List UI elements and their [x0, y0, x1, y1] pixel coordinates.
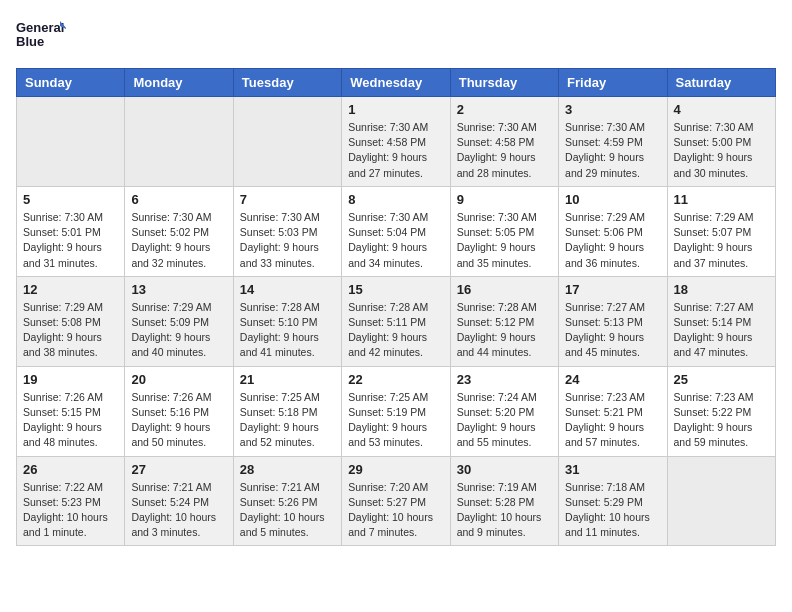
calendar-cell: 6Sunrise: 7:30 AM Sunset: 5:02 PM Daylig…: [125, 186, 233, 276]
day-number: 22: [348, 372, 443, 387]
day-info: Sunrise: 7:25 AM Sunset: 5:19 PM Dayligh…: [348, 390, 443, 451]
day-info: Sunrise: 7:30 AM Sunset: 5:02 PM Dayligh…: [131, 210, 226, 271]
day-info: Sunrise: 7:29 AM Sunset: 5:06 PM Dayligh…: [565, 210, 660, 271]
day-number: 7: [240, 192, 335, 207]
calendar-cell: 24Sunrise: 7:23 AM Sunset: 5:21 PM Dayli…: [559, 366, 667, 456]
calendar-cell: 17Sunrise: 7:27 AM Sunset: 5:13 PM Dayli…: [559, 276, 667, 366]
calendar-cell: [233, 97, 341, 187]
calendar-cell: 26Sunrise: 7:22 AM Sunset: 5:23 PM Dayli…: [17, 456, 125, 546]
day-info: Sunrise: 7:23 AM Sunset: 5:21 PM Dayligh…: [565, 390, 660, 451]
day-info: Sunrise: 7:21 AM Sunset: 5:24 PM Dayligh…: [131, 480, 226, 541]
day-info: Sunrise: 7:19 AM Sunset: 5:28 PM Dayligh…: [457, 480, 552, 541]
day-info: Sunrise: 7:30 AM Sunset: 5:01 PM Dayligh…: [23, 210, 118, 271]
day-number: 21: [240, 372, 335, 387]
day-number: 25: [674, 372, 769, 387]
day-info: Sunrise: 7:28 AM Sunset: 5:11 PM Dayligh…: [348, 300, 443, 361]
day-number: 1: [348, 102, 443, 117]
day-info: Sunrise: 7:20 AM Sunset: 5:27 PM Dayligh…: [348, 480, 443, 541]
day-info: Sunrise: 7:22 AM Sunset: 5:23 PM Dayligh…: [23, 480, 118, 541]
day-info: Sunrise: 7:18 AM Sunset: 5:29 PM Dayligh…: [565, 480, 660, 541]
day-number: 30: [457, 462, 552, 477]
logo: General Blue: [16, 16, 66, 58]
calendar-cell: 18Sunrise: 7:27 AM Sunset: 5:14 PM Dayli…: [667, 276, 775, 366]
day-number: 5: [23, 192, 118, 207]
day-number: 26: [23, 462, 118, 477]
day-number: 3: [565, 102, 660, 117]
day-info: Sunrise: 7:24 AM Sunset: 5:20 PM Dayligh…: [457, 390, 552, 451]
day-number: 12: [23, 282, 118, 297]
day-number: 11: [674, 192, 769, 207]
day-info: Sunrise: 7:25 AM Sunset: 5:18 PM Dayligh…: [240, 390, 335, 451]
calendar-cell: 2Sunrise: 7:30 AM Sunset: 4:58 PM Daylig…: [450, 97, 558, 187]
calendar-cell: [125, 97, 233, 187]
day-info: Sunrise: 7:30 AM Sunset: 4:58 PM Dayligh…: [457, 120, 552, 181]
weekday-header-row: SundayMondayTuesdayWednesdayThursdayFrid…: [17, 69, 776, 97]
calendar-cell: 22Sunrise: 7:25 AM Sunset: 5:19 PM Dayli…: [342, 366, 450, 456]
calendar-cell: 8Sunrise: 7:30 AM Sunset: 5:04 PM Daylig…: [342, 186, 450, 276]
day-info: Sunrise: 7:26 AM Sunset: 5:16 PM Dayligh…: [131, 390, 226, 451]
calendar-cell: [17, 97, 125, 187]
day-number: 17: [565, 282, 660, 297]
weekday-header: Wednesday: [342, 69, 450, 97]
calendar-cell: 21Sunrise: 7:25 AM Sunset: 5:18 PM Dayli…: [233, 366, 341, 456]
calendar-cell: 11Sunrise: 7:29 AM Sunset: 5:07 PM Dayli…: [667, 186, 775, 276]
calendar-cell: 13Sunrise: 7:29 AM Sunset: 5:09 PM Dayli…: [125, 276, 233, 366]
day-number: 8: [348, 192, 443, 207]
weekday-header: Tuesday: [233, 69, 341, 97]
day-info: Sunrise: 7:28 AM Sunset: 5:10 PM Dayligh…: [240, 300, 335, 361]
day-number: 27: [131, 462, 226, 477]
day-info: Sunrise: 7:23 AM Sunset: 5:22 PM Dayligh…: [674, 390, 769, 451]
calendar-cell: 28Sunrise: 7:21 AM Sunset: 5:26 PM Dayli…: [233, 456, 341, 546]
calendar-table: SundayMondayTuesdayWednesdayThursdayFrid…: [16, 68, 776, 546]
day-number: 20: [131, 372, 226, 387]
calendar-cell: 1Sunrise: 7:30 AM Sunset: 4:58 PM Daylig…: [342, 97, 450, 187]
day-number: 23: [457, 372, 552, 387]
day-number: 2: [457, 102, 552, 117]
calendar-cell: 27Sunrise: 7:21 AM Sunset: 5:24 PM Dayli…: [125, 456, 233, 546]
svg-text:General: General: [16, 20, 64, 35]
day-info: Sunrise: 7:30 AM Sunset: 4:58 PM Dayligh…: [348, 120, 443, 181]
day-number: 6: [131, 192, 226, 207]
page-header: General Blue: [16, 16, 776, 58]
weekday-header: Friday: [559, 69, 667, 97]
day-info: Sunrise: 7:21 AM Sunset: 5:26 PM Dayligh…: [240, 480, 335, 541]
calendar-cell: 20Sunrise: 7:26 AM Sunset: 5:16 PM Dayli…: [125, 366, 233, 456]
day-number: 31: [565, 462, 660, 477]
day-number: 24: [565, 372, 660, 387]
calendar-cell: [667, 456, 775, 546]
day-info: Sunrise: 7:30 AM Sunset: 4:59 PM Dayligh…: [565, 120, 660, 181]
day-info: Sunrise: 7:29 AM Sunset: 5:08 PM Dayligh…: [23, 300, 118, 361]
logo-svg: General Blue: [16, 16, 66, 58]
calendar-row: 19Sunrise: 7:26 AM Sunset: 5:15 PM Dayli…: [17, 366, 776, 456]
day-info: Sunrise: 7:30 AM Sunset: 5:03 PM Dayligh…: [240, 210, 335, 271]
day-info: Sunrise: 7:30 AM Sunset: 5:05 PM Dayligh…: [457, 210, 552, 271]
weekday-header: Saturday: [667, 69, 775, 97]
day-info: Sunrise: 7:27 AM Sunset: 5:14 PM Dayligh…: [674, 300, 769, 361]
day-info: Sunrise: 7:29 AM Sunset: 5:07 PM Dayligh…: [674, 210, 769, 271]
calendar-row: 5Sunrise: 7:30 AM Sunset: 5:01 PM Daylig…: [17, 186, 776, 276]
day-info: Sunrise: 7:30 AM Sunset: 5:04 PM Dayligh…: [348, 210, 443, 271]
calendar-cell: 31Sunrise: 7:18 AM Sunset: 5:29 PM Dayli…: [559, 456, 667, 546]
calendar-cell: 15Sunrise: 7:28 AM Sunset: 5:11 PM Dayli…: [342, 276, 450, 366]
day-number: 16: [457, 282, 552, 297]
day-number: 18: [674, 282, 769, 297]
day-number: 14: [240, 282, 335, 297]
weekday-header: Sunday: [17, 69, 125, 97]
calendar-cell: 25Sunrise: 7:23 AM Sunset: 5:22 PM Dayli…: [667, 366, 775, 456]
calendar-cell: 5Sunrise: 7:30 AM Sunset: 5:01 PM Daylig…: [17, 186, 125, 276]
calendar-row: 26Sunrise: 7:22 AM Sunset: 5:23 PM Dayli…: [17, 456, 776, 546]
day-info: Sunrise: 7:28 AM Sunset: 5:12 PM Dayligh…: [457, 300, 552, 361]
calendar-cell: 19Sunrise: 7:26 AM Sunset: 5:15 PM Dayli…: [17, 366, 125, 456]
calendar-cell: 3Sunrise: 7:30 AM Sunset: 4:59 PM Daylig…: [559, 97, 667, 187]
calendar-row: 1Sunrise: 7:30 AM Sunset: 4:58 PM Daylig…: [17, 97, 776, 187]
calendar-cell: 16Sunrise: 7:28 AM Sunset: 5:12 PM Dayli…: [450, 276, 558, 366]
day-number: 15: [348, 282, 443, 297]
day-number: 29: [348, 462, 443, 477]
day-info: Sunrise: 7:27 AM Sunset: 5:13 PM Dayligh…: [565, 300, 660, 361]
day-info: Sunrise: 7:29 AM Sunset: 5:09 PM Dayligh…: [131, 300, 226, 361]
calendar-cell: 9Sunrise: 7:30 AM Sunset: 5:05 PM Daylig…: [450, 186, 558, 276]
calendar-cell: 29Sunrise: 7:20 AM Sunset: 5:27 PM Dayli…: [342, 456, 450, 546]
calendar-cell: 12Sunrise: 7:29 AM Sunset: 5:08 PM Dayli…: [17, 276, 125, 366]
day-number: 13: [131, 282, 226, 297]
calendar-cell: 30Sunrise: 7:19 AM Sunset: 5:28 PM Dayli…: [450, 456, 558, 546]
